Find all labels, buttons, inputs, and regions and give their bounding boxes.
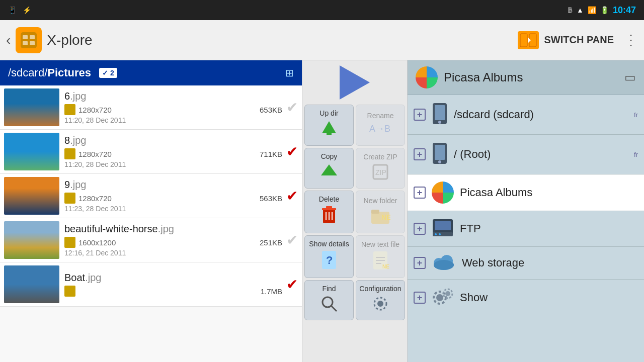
- svg-text:?: ?: [326, 254, 333, 266]
- main-content: /sdcard/Pictures ✓ 2 ⊞ 6.jpg1280x720653K…: [0, 60, 644, 362]
- file-size: 563KB: [260, 194, 282, 203]
- action-new-text-file-icon: NEW: [371, 250, 389, 274]
- file-item[interactable]: beautiful-white-horse.jpg1600x1200251KB1…: [0, 218, 302, 262]
- svg-text:NEW: NEW: [381, 213, 390, 221]
- action-find-button[interactable]: Find: [304, 280, 354, 320]
- svg-point-36: [438, 121, 441, 124]
- action-button-label: New text file: [361, 240, 399, 248]
- status-bar: 📱 ⚡ 𝔹 ▲ 📶 🔋 10:47: [0, 0, 644, 20]
- app-icon: [16, 27, 42, 53]
- action-new-folder-button: New folderNEW: [356, 191, 405, 233]
- location-name-label: Show: [460, 291, 488, 304]
- action-rename-button: RenameA→B: [356, 105, 405, 146]
- file-info: Boat.jpg1.7MB: [64, 272, 282, 297]
- svg-text:NEW: NEW: [382, 264, 389, 269]
- action-show-details-icon: ?: [320, 250, 338, 274]
- svg-rect-1: [23, 35, 28, 39]
- location-item[interactable]: + FTP: [408, 211, 644, 247]
- file-type-icon: [64, 286, 75, 297]
- location-type-icon: [432, 218, 454, 239]
- signal-icon: 📶: [588, 6, 596, 14]
- switch-pane-label: SWITCH PANE: [544, 34, 614, 46]
- location-expand-button[interactable]: +: [414, 223, 426, 235]
- file-checkbox[interactable]: ✔: [286, 143, 298, 160]
- action-button-label: New folder: [364, 197, 397, 205]
- arrow-right-icon: [340, 65, 370, 100]
- action-up-dir-icon: [320, 119, 338, 141]
- location-expand-button[interactable]: +: [414, 292, 426, 304]
- svg-marker-11: [321, 164, 337, 175]
- android-icon: 📱: [8, 6, 17, 14]
- file-item[interactable]: 6.jpg1280x720653KB11:20, 28 Dec 2011✔: [0, 85, 302, 130]
- file-meta-row: 1280x720711KB: [64, 148, 282, 159]
- svg-rect-9: [327, 128, 332, 135]
- location-expand-button[interactable]: +: [414, 109, 426, 121]
- location-type-icon: [432, 287, 454, 309]
- action-button-label: Show details: [309, 240, 349, 248]
- switch-pane-button[interactable]: SWITCH PANE: [518, 31, 614, 49]
- file-thumbnail: [4, 133, 59, 170]
- svg-rect-15: [322, 208, 336, 210]
- file-item[interactable]: 8.jpg1280x720711KB11:20, 28 Dec 2011✔: [0, 130, 302, 174]
- file-date: 11:23, 28 Dec 2011: [64, 205, 282, 213]
- file-item[interactable]: 9.jpg1280x720563KB11:23, 28 Dec 2011✔: [0, 174, 302, 218]
- title-bar: ‹ X-plore SWITCH PANE ⋮: [0, 20, 644, 60]
- svg-rect-5: [520, 34, 527, 47]
- svg-rect-4: [30, 41, 35, 45]
- action-button-label: Configuration: [359, 285, 401, 293]
- location-name-label: /sdcard (sdcard): [454, 108, 534, 121]
- location-item[interactable]: + Web storage: [408, 247, 644, 280]
- more-options-button[interactable]: ⋮: [624, 32, 638, 48]
- file-meta-row: 1600x1200251KB: [64, 237, 282, 248]
- location-expand-button[interactable]: +: [414, 148, 426, 160]
- action-show-details-button[interactable]: Show details?: [304, 235, 354, 278]
- status-icons-left: 📱 ⚡: [8, 6, 31, 14]
- action-up-dir-button[interactable]: Up dir: [304, 105, 354, 146]
- clock: 10:47: [613, 5, 636, 16]
- right-pane-window-icon[interactable]: ▭: [624, 70, 636, 84]
- location-type-icon: [432, 254, 456, 272]
- action-button-label: Rename: [367, 112, 394, 120]
- file-name: beautiful-white-horse.jpg: [64, 223, 282, 235]
- svg-point-39: [438, 160, 441, 163]
- action-delete-button[interactable]: Delete: [304, 191, 354, 233]
- svg-rect-3: [23, 41, 28, 45]
- action-grid: Up dirRenameA→BCopyCreate ZIPZIPDelete N…: [304, 105, 405, 320]
- file-date: 12:16, 21 Dec 2011: [64, 249, 282, 257]
- file-name: 6.jpg: [64, 90, 282, 102]
- file-checkbox[interactable]: ✔: [286, 99, 298, 116]
- file-checkbox[interactable]: ✔: [286, 276, 298, 293]
- file-size: 653KB: [260, 106, 282, 114]
- action-copy-button[interactable]: Copy: [304, 148, 354, 189]
- action-find-icon: [320, 295, 338, 316]
- location-item[interactable]: + / (Root)fr: [408, 135, 644, 174]
- action-new-text-file-button: New text fileNEW: [356, 235, 405, 278]
- file-dimensions: 644x362: [78, 194, 112, 203]
- file-thumbnail: [4, 265, 59, 303]
- file-checkbox[interactable]: ✔: [286, 188, 298, 204]
- file-type-icon: [64, 148, 75, 159]
- action-delete-icon: [320, 205, 338, 229]
- location-item[interactable]: + /sdcard (sdcard)fr: [408, 95, 644, 135]
- svg-text:A→B: A→B: [369, 124, 390, 134]
- action-button-label: Find: [322, 285, 336, 293]
- location-expand-button[interactable]: +: [414, 187, 426, 199]
- file-checkbox[interactable]: ✔: [286, 232, 298, 248]
- svg-rect-0: [21, 32, 37, 48]
- action-rename-icon: A→B: [369, 122, 391, 139]
- action-configuration-button[interactable]: Configuration: [356, 280, 405, 320]
- location-item[interactable]: + Show: [408, 280, 644, 316]
- back-button[interactable]: ‹: [6, 32, 11, 48]
- location-expand-button[interactable]: +: [414, 257, 426, 269]
- location-sub-label: fr: [634, 151, 638, 158]
- svg-rect-2: [30, 35, 35, 39]
- file-type-icon: [64, 104, 75, 115]
- location-type-icon: [432, 142, 448, 167]
- location-item[interactable]: +Picasa Albums: [408, 174, 644, 211]
- center-pane: Up dirRenameA→BCopyCreate ZIPZIPDelete N…: [302, 60, 408, 362]
- location-name-label: Picasa Albums: [460, 186, 532, 199]
- action-copy-icon: [320, 162, 338, 184]
- usb-icon: ⚡: [23, 6, 31, 14]
- file-item[interactable]: Boat.jpg1.7MB✔: [0, 262, 302, 307]
- pane-switch-icon[interactable]: ⊞: [285, 67, 294, 79]
